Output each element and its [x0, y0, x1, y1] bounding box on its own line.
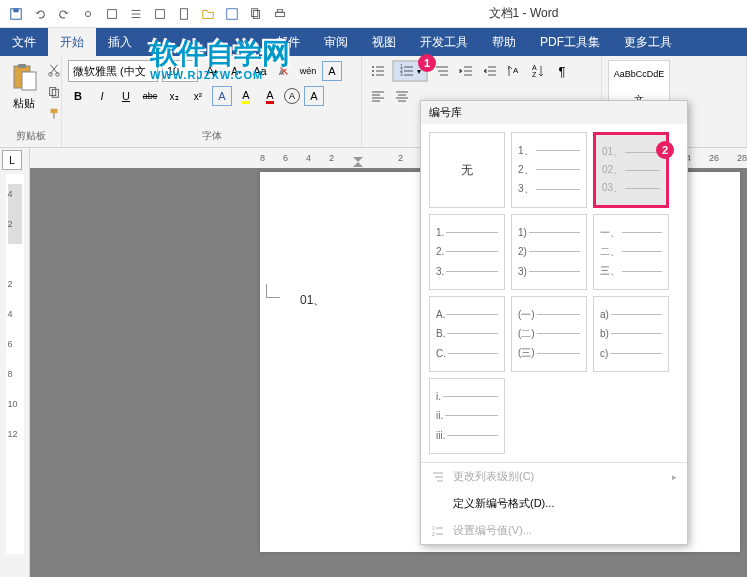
font-name-input[interactable]	[68, 60, 158, 82]
menu-more[interactable]: 更多工具	[612, 28, 684, 56]
watermark-text: 软件自学网	[150, 35, 290, 73]
numbering-option-none[interactable]: 无	[429, 132, 505, 208]
save-icon[interactable]	[222, 4, 242, 24]
svg-text:3: 3	[400, 71, 403, 77]
numbering-value-icon: 12	[431, 524, 445, 538]
qat-item[interactable]	[126, 4, 146, 24]
svg-rect-6	[227, 8, 238, 19]
set-numbering-value-item: 12 设置编号值(V)...	[421, 517, 687, 544]
numbering-option[interactable]: 一、 二、 三、	[593, 214, 669, 290]
highlight-button[interactable]: A	[236, 86, 256, 106]
numbering-option[interactable]: i. ii. iii.	[429, 378, 505, 454]
menu-view[interactable]: 视图	[360, 28, 408, 56]
svg-text:Z: Z	[532, 71, 537, 78]
svg-rect-13	[22, 72, 36, 90]
qat-item[interactable]	[102, 4, 122, 24]
quick-access-toolbar	[6, 4, 290, 24]
numbering-option[interactable]: a) b) c)	[593, 296, 669, 372]
dropdown-header: 编号库	[421, 101, 687, 124]
italic-button[interactable]: I	[92, 86, 112, 106]
char-shading-button[interactable]: A	[304, 86, 324, 106]
superscript-button[interactable]: x²	[188, 86, 208, 106]
indent-marker-icon[interactable]	[352, 156, 364, 168]
undo-icon[interactable]	[30, 4, 50, 24]
svg-text:2: 2	[432, 531, 435, 537]
subscript-button[interactable]: x₂	[164, 86, 184, 106]
paste-label: 粘贴	[13, 96, 35, 111]
annotation-badge-1: 1	[418, 54, 436, 72]
svg-rect-7	[252, 8, 258, 16]
new-doc-icon[interactable]	[174, 4, 194, 24]
phonetic-guide-button[interactable]: wén	[298, 61, 318, 81]
svg-point-22	[372, 74, 374, 76]
qat-item[interactable]	[78, 4, 98, 24]
open-icon[interactable]	[198, 4, 218, 24]
clipboard-label: 剪贴板	[6, 129, 55, 143]
numbering-option-selected[interactable]: 2 01、 02、 03、	[593, 132, 669, 208]
menu-review[interactable]: 审阅	[312, 28, 360, 56]
define-new-format-item[interactable]: 定义新编号格式(D)...	[421, 490, 687, 517]
svg-rect-9	[276, 12, 285, 16]
bullet-list-icon[interactable]	[368, 61, 388, 81]
numbering-option[interactable]: (一) (二) (三)	[511, 296, 587, 372]
text-effects-button[interactable]: A	[212, 86, 232, 106]
svg-rect-5	[181, 8, 188, 19]
numbering-option[interactable]: A. B. C.	[429, 296, 505, 372]
text-direction-icon[interactable]: A	[504, 61, 524, 81]
save-icon[interactable]	[6, 4, 26, 24]
format-painter-icon[interactable]	[44, 104, 64, 124]
menu-dev[interactable]: 开发工具	[408, 28, 480, 56]
numbering-button[interactable]: 123 ▾ 1	[392, 60, 428, 82]
print-icon[interactable]	[270, 4, 290, 24]
svg-rect-18	[51, 109, 58, 113]
vertical-ruler-area: L 4 2 2 4 6 8 10 12	[0, 148, 30, 577]
dropdown-footer: 更改列表级别(C) ▸ 定义新编号格式(D)... 12 设置编号值(V)...	[421, 462, 687, 544]
numbering-option[interactable]: 1) 2) 3)	[511, 214, 587, 290]
paste-button[interactable]: 粘贴	[6, 60, 42, 124]
menu-pdf[interactable]: PDF工具集	[528, 28, 612, 56]
menu-insert[interactable]: 插入	[96, 28, 144, 56]
margin-mark-icon	[266, 284, 280, 298]
show-marks-icon[interactable]: ¶	[552, 61, 572, 81]
font-group-label: 字体	[68, 129, 355, 143]
qat-item[interactable]	[246, 4, 266, 24]
svg-rect-10	[277, 9, 282, 12]
svg-point-20	[372, 66, 374, 68]
tab-stop-indicator[interactable]: L	[2, 150, 22, 170]
qat-item[interactable]	[150, 4, 170, 24]
sort-icon[interactable]: AZ	[528, 61, 548, 81]
svg-rect-1	[13, 8, 18, 12]
decrease-indent-icon[interactable]	[456, 61, 476, 81]
svg-point-2	[85, 11, 90, 16]
cut-icon[interactable]	[44, 60, 64, 80]
copy-icon[interactable]	[44, 82, 64, 102]
clipboard-group: 粘贴 剪贴板	[0, 56, 62, 147]
window-title: 文档1 - Word	[489, 5, 559, 22]
numbering-option[interactable]: 1、 2、 3、	[511, 132, 587, 208]
font-color-button[interactable]: A	[260, 86, 280, 106]
bold-button[interactable]: B	[68, 86, 88, 106]
align-left-icon[interactable]	[368, 86, 388, 106]
menu-home[interactable]: 开始	[48, 28, 96, 56]
vertical-ruler[interactable]: 4 2 2 4 6 8 10 12	[6, 174, 24, 554]
svg-text:A: A	[532, 64, 537, 71]
align-center-icon[interactable]	[392, 86, 412, 106]
char-border-button[interactable]: A	[322, 61, 342, 81]
numbering-grid: 无 1、 2、 3、 2 01、 02、 03、 1. 2. 3. 1) 2) …	[421, 124, 687, 462]
watermark: 软件自学网 WWW.RJZXW.COM	[150, 35, 290, 81]
menu-bar: 文件 开始 插入 邮件 审阅 视图 开发工具 帮助 PDF工具集 更多工具	[0, 28, 747, 56]
redo-icon[interactable]	[54, 4, 74, 24]
svg-rect-12	[18, 64, 26, 68]
menu-help[interactable]: 帮助	[480, 28, 528, 56]
svg-rect-8	[253, 10, 259, 18]
numbering-option[interactable]: 1. 2. 3.	[429, 214, 505, 290]
menu-file[interactable]: 文件	[0, 28, 48, 56]
annotation-badge-2: 2	[656, 141, 674, 159]
style-preview-text: AaBbCcDdE	[614, 69, 665, 79]
circled-char-button[interactable]: A	[284, 88, 300, 104]
strike-button[interactable]: abc	[140, 86, 160, 106]
svg-rect-4	[156, 9, 165, 18]
increase-indent-icon[interactable]	[480, 61, 500, 81]
underline-button[interactable]: U	[116, 86, 136, 106]
svg-text:A: A	[513, 66, 519, 75]
